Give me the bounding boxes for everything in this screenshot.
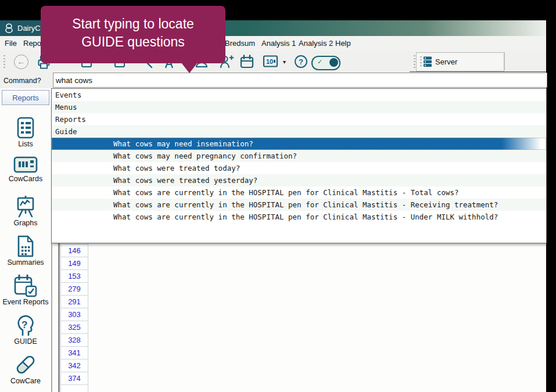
server-grip (420, 56, 422, 68)
lists-icon (0, 116, 51, 139)
toolbar-grip[interactable] (3, 55, 5, 68)
counter-button[interactable]: 10 (263, 55, 278, 68)
dropdown-question[interactable]: What cows may need pregnancy confirmatio… (52, 150, 546, 162)
command-input[interactable] (53, 73, 547, 88)
grid-cell[interactable]: 153 (60, 270, 88, 283)
dropdown-question[interactable]: What cows are currently in the HOSPITAL … (52, 199, 546, 211)
grid-cell[interactable]: 374 (60, 372, 88, 385)
cow-number-grid: 115 146 149 153 279 291 303 325 328 341 … (60, 231, 88, 392)
sidebar-item-label: Graphs (0, 219, 51, 227)
callout-line2: GUIDE questions (41, 33, 225, 51)
counter-value: 10 (266, 58, 273, 65)
cowcards-icon (0, 156, 51, 174)
dropdown-group-reports[interactable]: Reports (52, 113, 546, 125)
menu-file[interactable]: File (5, 39, 17, 48)
sidebar-item-cowcards[interactable]: CowCards (0, 156, 51, 183)
graphs-icon (0, 195, 51, 218)
sidebar-item-label: Lists (0, 140, 51, 148)
menu-analysis1[interactable]: Analysis 1 (261, 39, 296, 48)
dropdown-question[interactable]: What cows are currently in the HOSPITAL … (52, 186, 546, 199)
grid-cell[interactable]: 146 (60, 244, 88, 257)
sidebar-item-guide[interactable]: ? GUIDE (0, 314, 51, 346)
dropdown-question[interactable]: What cows were treated today? (52, 162, 546, 174)
sidebar-item-lists[interactable]: Lists (0, 116, 51, 148)
command-label: Command? (3, 77, 41, 85)
guide-callout-tooltip: Start typing to locate GUIDE questions (41, 6, 225, 63)
sidebar-item-label: CowCare (0, 377, 51, 385)
toggle-knob (329, 58, 338, 67)
grid-cell[interactable]: 328 (60, 334, 88, 347)
sidebar-item-cowcare[interactable]: CowCare (0, 353, 51, 385)
grid-cell-empty[interactable] (60, 385, 88, 392)
calendar-button[interactable] (239, 55, 254, 70)
sidebar: Reports Lists (0, 88, 52, 392)
cowcare-icon (0, 353, 51, 376)
grid-cell[interactable]: 279 (60, 283, 88, 296)
help-button[interactable]: ? (294, 55, 308, 69)
sidebar-item-summaries[interactable]: Summaries (0, 235, 51, 267)
grid-cell[interactable]: 291 (60, 296, 88, 308)
sidebar-item-graphs[interactable]: Graphs (0, 195, 51, 227)
command-suggestion-dropdown: Events Menus Reports Guide What cows may… (51, 88, 547, 243)
dropdown-group-guide[interactable]: Guide (52, 125, 546, 138)
sidebar-tab-reports[interactable]: Reports (2, 90, 49, 105)
server-button[interactable]: Server (416, 52, 504, 71)
menu-help[interactable]: Help (335, 39, 351, 48)
dropdown-group-events[interactable]: Events (52, 89, 546, 101)
counter-dropdown-arrow-icon[interactable]: ▾ (283, 59, 286, 65)
guide-icon: ? (0, 314, 51, 337)
counter-10-icon: 10 (263, 55, 278, 68)
app-window: DairyComp File Reports Bredsum Analysis … (0, 20, 546, 392)
toolbar-right-section (504, 52, 546, 70)
sidebar-item-label: Event Reports (0, 298, 51, 306)
dropdown-group-menus[interactable]: Menus (52, 101, 546, 113)
dropdown-question[interactable]: What cows are currently in the HOSPITAL … (52, 211, 546, 223)
grid-cell[interactable]: 149 (60, 257, 88, 270)
callout-pointer (181, 63, 198, 73)
sidebar-item-label: Summaries (0, 258, 51, 267)
sidebar-item-event-reports[interactable]: Event Reports (0, 274, 51, 306)
dairycomp-logo-icon (5, 23, 13, 33)
grid-cell[interactable]: 325 (60, 321, 88, 334)
summaries-icon (0, 235, 51, 258)
event-reports-icon (0, 274, 51, 297)
sidebar-item-label: GUIDE (0, 337, 51, 346)
grid-cell[interactable]: 303 (60, 308, 88, 321)
dropdown-question-selected[interactable]: What cows may need insemination? (52, 138, 546, 150)
server-label: Server (435, 57, 457, 66)
guide-question-glyph: ? (21, 319, 27, 330)
menu-analysis2[interactable]: Analysis 2 (299, 39, 333, 48)
grid-cell[interactable]: 342 (60, 359, 88, 372)
server-section-grip[interactable] (414, 55, 415, 68)
calendar-icon (239, 55, 254, 70)
grid-cell[interactable]: 341 (60, 347, 88, 359)
sidebar-item-label: CowCards (0, 175, 51, 183)
command-row: Command? (0, 72, 546, 88)
toggle-switch-on[interactable]: ✓ (311, 56, 340, 70)
back-button[interactable]: ← (14, 55, 28, 69)
screenshot-canvas: DairyComp File Reports Bredsum Analysis … (0, 0, 556, 392)
help-glyph: ? (299, 57, 303, 66)
menu-bredsum[interactable]: Bredsum (225, 39, 255, 48)
dropdown-question[interactable]: What cows were treated yesterday? (52, 174, 546, 186)
back-arrow-icon: ← (17, 56, 26, 68)
callout-line1: Start typing to locate (41, 15, 225, 33)
toggle-check-icon: ✓ (317, 58, 322, 66)
server-icon (423, 56, 432, 67)
